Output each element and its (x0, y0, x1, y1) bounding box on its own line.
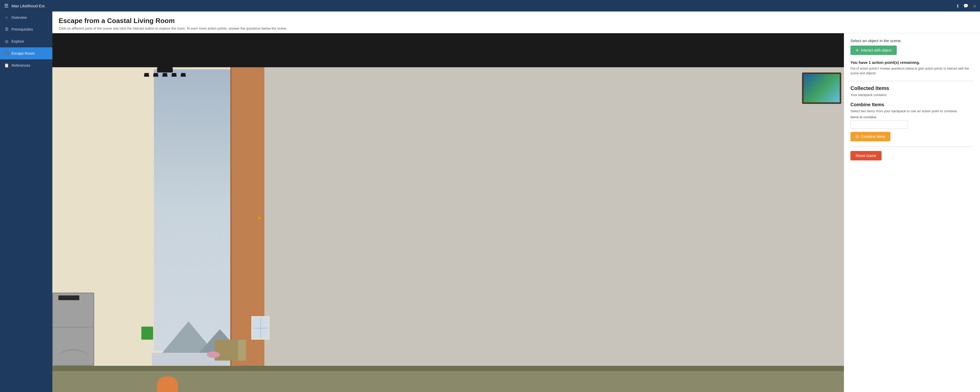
sidebar-item-label: Overview (11, 16, 27, 20)
combine-icon: ⊞ (856, 135, 859, 139)
small-window[interactable] (251, 316, 270, 340)
references-icon: 📋 (4, 63, 9, 68)
interact-button[interactable]: ✛ Interact with object (850, 46, 897, 55)
chandelier-cup-5 (181, 73, 186, 77)
fridge-top (53, 294, 94, 327)
action-points-section: You have 1 action point(s) remaining. Ou… (850, 60, 974, 76)
sidebar-item-escape-room[interactable]: 🎮 Escape Room (0, 48, 52, 59)
sidebar: ○ Overview ☰ Prerequisites ◎ Explore 🎮 E… (0, 11, 52, 392)
menu-toggle[interactable]: ☰ (4, 3, 8, 9)
window-vertical-line (261, 318, 261, 338)
chair-back (238, 340, 246, 360)
door-knob (258, 217, 261, 219)
combine-items-heading: Combine Items (850, 102, 974, 108)
chandelier-cup-2 (153, 73, 158, 77)
reset-button[interactable]: Reset Game (850, 151, 881, 160)
sidebar-item-label: Explore (11, 39, 24, 43)
select-label: Select an object in the scene. (850, 38, 974, 43)
sidebar-item-overview[interactable]: ○ Overview (0, 11, 52, 23)
action-points-sub: Out of action points? Answer questions b… (850, 66, 974, 76)
combine-button[interactable]: ⊞ Combine items (850, 132, 891, 141)
chandelier-cup-4 (172, 73, 177, 77)
main-layout: ○ Overview ☰ Prerequisites ◎ Explore 🎮 E… (0, 11, 980, 392)
backpack-label: Your backpack contains: (850, 93, 974, 97)
chandelier-body (157, 67, 173, 73)
interact-icon: ✛ (856, 48, 859, 52)
sidebar-item-prerequisites[interactable]: ☰ Prerequisites (0, 23, 52, 35)
combine-button-label: Combine items (861, 135, 885, 139)
collected-items-section: Collected Items Your backpack contains: (850, 85, 974, 97)
orange-object[interactable] (157, 376, 178, 392)
sidebar-item-label: Prerequisites (11, 27, 33, 32)
navbar: ☰ Max Likelihood Est. ℹ 💬 ⌂ (0, 0, 980, 11)
living-room-scene[interactable] (52, 33, 844, 392)
chair[interactable] (215, 340, 246, 360)
chat-icon[interactable]: 💬 (963, 3, 969, 8)
chandelier-cup-1 (144, 73, 149, 77)
items-input[interactable] (850, 120, 908, 129)
floor-strip (52, 366, 844, 371)
sidebar-item-label: Escape Room (11, 51, 35, 56)
content-area: Escape from a Coastal Living Room Click … (52, 11, 980, 392)
scene-container[interactable] (52, 33, 844, 392)
fridge-display (58, 295, 79, 300)
divider-2 (850, 146, 974, 147)
right-panel: Select an object in the scene. ✛ Interac… (844, 33, 980, 392)
right-wall (264, 67, 844, 366)
reset-button-label: Reset Game (856, 154, 877, 158)
action-points-text: You have 1 action point(s) remaining. (850, 60, 974, 65)
interact-button-label: Interact with object (861, 48, 891, 52)
combine-items-section: Combine Items Select two items from your… (850, 102, 974, 141)
sidebar-item-explore[interactable]: ◎ Explore (0, 35, 52, 48)
cylinder-object[interactable] (207, 351, 220, 358)
sidebar-item-references[interactable]: 📋 References (0, 59, 52, 71)
escape-room-icon: 🎮 (4, 51, 9, 56)
reset-section: Reset Game (850, 151, 974, 160)
page-title: Escape from a Coastal Living Room (59, 17, 974, 25)
sidebar-item-label: References (11, 63, 30, 68)
interact-section: Select an object in the scene. ✛ Interac… (850, 38, 974, 55)
chandelier-stem (164, 59, 166, 67)
app-title: Max Likelihood Est. (11, 4, 957, 8)
chandelier[interactable] (142, 59, 188, 77)
scene-panel-layout: Select an object in the scene. ✛ Interac… (52, 33, 980, 392)
explore-icon: ◎ (4, 39, 9, 44)
green-object[interactable] (142, 327, 153, 340)
tv-picture[interactable] (802, 73, 841, 104)
navbar-icons: ℹ 💬 ⌂ (957, 3, 976, 8)
prerequisites-icon: ☰ (4, 27, 9, 32)
page-subtitle: Click on different parts of the scene an… (59, 27, 974, 30)
items-to-combine-label: Items to combine (850, 115, 974, 119)
tv-screen (803, 74, 840, 102)
info-icon[interactable]: ℹ (957, 3, 959, 8)
combine-items-desc: Select two items from your backpack to u… (850, 109, 974, 113)
overview-icon: ○ (4, 15, 9, 20)
chandelier-arms (142, 73, 188, 77)
chandelier-cup-3 (162, 73, 167, 77)
fridge-arc (58, 349, 88, 365)
home-icon[interactable]: ⌂ (973, 3, 976, 8)
collected-items-heading: Collected Items (850, 85, 974, 91)
refrigerator[interactable] (52, 292, 94, 366)
page-header: Escape from a Coastal Living Room Click … (52, 11, 980, 33)
